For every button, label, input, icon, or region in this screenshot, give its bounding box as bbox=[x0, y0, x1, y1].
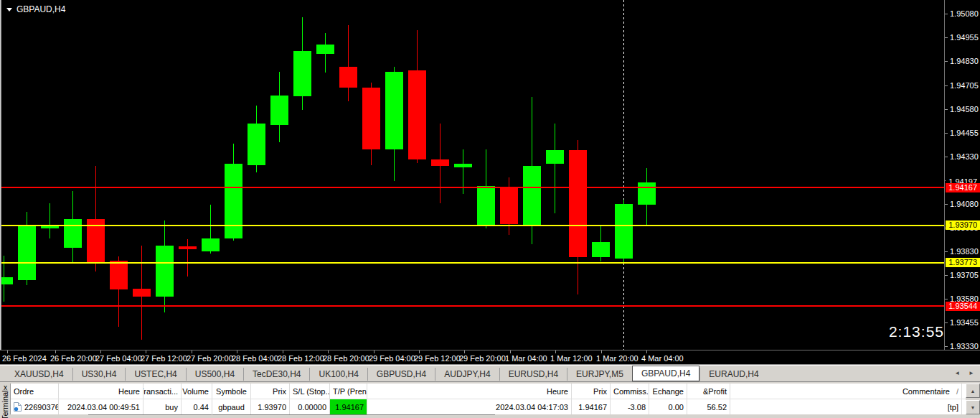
candle-body bbox=[248, 124, 265, 165]
orders-table-header: OrdreHeureTransacti...VolumeSymbolePrixS… bbox=[11, 384, 966, 399]
symbol-timeframe-text: GBPAUD,H4 bbox=[17, 4, 65, 14]
candle-body bbox=[64, 219, 82, 248]
tabs-scroll-right-icon[interactable]: ► bbox=[969, 371, 974, 376]
column-header-volume[interactable]: Volume bbox=[182, 384, 212, 399]
sort-indicator: / bbox=[956, 384, 958, 399]
chart-tab-audjpy-h4[interactable]: AUDJPY,H4 bbox=[435, 368, 499, 381]
chart-tab-ustec-h4[interactable]: USTEC,H4 bbox=[125, 368, 185, 381]
chart-tab-xauusd-h4[interactable]: XAUUSD,H4 bbox=[6, 368, 72, 381]
column-header-tp[interactable]: T/P (Pren... bbox=[330, 384, 367, 399]
chart-tab-euraud-h4[interactable]: EURAUD,H4 bbox=[699, 368, 767, 381]
price-tick bbox=[945, 133, 948, 134]
price-tick-label: 1.94830 bbox=[950, 57, 979, 66]
time-tick-label: 27 Feb 12:00 bbox=[141, 354, 187, 363]
chart-tab-uk100-h4[interactable]: UK100,H4 bbox=[309, 368, 367, 381]
price-tick-label: 1.93455 bbox=[950, 318, 979, 328]
order-profit: 56.52 bbox=[707, 400, 727, 414]
chart-tab-eurusd-h4[interactable]: EURUSD,H4 bbox=[499, 368, 567, 381]
candle-body bbox=[477, 186, 495, 226]
candle-body bbox=[454, 164, 472, 167]
candle-body bbox=[110, 261, 128, 289]
mt4-window: GBPAUD,H4 2:13:55 1.950801.949551.948301… bbox=[0, 0, 980, 418]
price-tick-label: 1.93705 bbox=[950, 271, 979, 280]
order-tp: 1.94167 bbox=[335, 400, 364, 414]
column-header-comment[interactable]: Commentaire/ bbox=[730, 384, 962, 399]
time-tick-label: 26 Feb 20:00 bbox=[50, 354, 97, 363]
column-header-ticket[interactable]: Ordre bbox=[11, 384, 59, 399]
chart-symbol-label: GBPAUD,H4 bbox=[6, 4, 65, 14]
chart-tab-gbpusd-h4[interactable]: GBPUSD,H4 bbox=[367, 368, 435, 381]
order-doc-icon bbox=[14, 402, 22, 412]
chart-tab-tecde30-h4[interactable]: TecDE30,H4 bbox=[243, 368, 309, 381]
terminal-scrollbar: ▲ ▼ bbox=[966, 384, 980, 414]
price-tick-label: 1.95080 bbox=[950, 9, 979, 19]
time-tick-label: 28 Feb 12:00 bbox=[278, 354, 324, 363]
price-tick bbox=[945, 299, 948, 299]
candle-body bbox=[546, 150, 564, 164]
order-cell-close_price: 1.94167 bbox=[572, 399, 611, 414]
time-tick-label: 29 Feb 04:00 bbox=[369, 354, 415, 363]
column-header-close_price[interactable]: Prix bbox=[572, 384, 611, 399]
chart-tab-us30-h4[interactable]: US30,H4 bbox=[72, 368, 126, 381]
order-cell-commission: -3.08 bbox=[611, 399, 649, 414]
order-commission: -3.08 bbox=[628, 400, 646, 414]
column-header-open_price[interactable]: Prix bbox=[251, 384, 290, 399]
candle-body bbox=[523, 166, 541, 225]
time-tick-label: 1 Mar 12:00 bbox=[550, 354, 593, 363]
column-header-swap[interactable]: Echange bbox=[649, 384, 687, 399]
candles-svg[interactable] bbox=[0, 0, 944, 350]
price-tick-label: 1.94580 bbox=[950, 105, 979, 114]
order-close_time: 2024.03.04 04:17:03 bbox=[496, 400, 568, 414]
order-row[interactable]: 2269037602024.03.04 00:49:51buy0.44gbpau… bbox=[11, 399, 966, 415]
column-header-open_time[interactable]: Heure bbox=[59, 384, 143, 399]
column-header-symbol[interactable]: Symbole bbox=[212, 384, 251, 399]
candle-body bbox=[385, 72, 403, 149]
price-axis[interactable]: 1.950801.949551.948301.947051.945801.944… bbox=[944, 0, 980, 350]
candle-body bbox=[156, 246, 174, 297]
chart-area[interactable]: GBPAUD,H4 2:13:55 1.950801.949551.948301… bbox=[0, 0, 980, 364]
status-cell bbox=[212, 414, 495, 418]
chart-tab-gbpaud-h4[interactable]: GBPAUD,H4 bbox=[632, 366, 699, 381]
time-tick-label: 29 Feb 12:00 bbox=[414, 354, 461, 363]
price-tick-label: 1.94955 bbox=[950, 33, 979, 42]
candle-body bbox=[362, 88, 380, 149]
tabs-scroll-left-icon[interactable]: ◄ bbox=[954, 371, 960, 376]
column-header-sl[interactable]: S/L (Stop... bbox=[290, 384, 330, 399]
price-tick bbox=[945, 61, 948, 62]
window-left-edge bbox=[0, 0, 1, 363]
order-open_time: 2024.03.04 00:49:51 bbox=[67, 400, 140, 414]
scroll-down-button[interactable]: ▼ bbox=[966, 400, 980, 414]
order-close_price: 1.94167 bbox=[578, 400, 607, 414]
order-swap: 0.00 bbox=[669, 400, 684, 414]
time-tick bbox=[283, 350, 283, 353]
price-tick-label: 1.93830 bbox=[950, 247, 979, 256]
scroll-up-button[interactable]: ▲ bbox=[966, 384, 980, 398]
candle-body bbox=[569, 150, 587, 257]
column-header-close_time[interactable]: Heure bbox=[367, 384, 572, 399]
order-sl: 0.00000 bbox=[298, 400, 326, 414]
price-tick bbox=[945, 37, 948, 38]
time-axis[interactable]: 26 Feb 202426 Feb 20:0027 Feb 04:0027 Fe… bbox=[0, 350, 980, 365]
column-header-type[interactable]: Transacti... bbox=[143, 384, 182, 399]
order-cell-type: buy bbox=[143, 399, 182, 414]
chart-tab-us500-h4[interactable]: US500,H4 bbox=[186, 368, 243, 381]
candle-body bbox=[615, 204, 633, 259]
price-tick bbox=[945, 275, 948, 276]
candle-body bbox=[431, 159, 449, 166]
time-tick-label: 29 Feb 20:00 bbox=[459, 354, 506, 363]
chart-tab-eurjpy-m5[interactable]: EURJPY,M5 bbox=[567, 368, 632, 381]
chart-tabbar: XAUUSD,H4US30,H4USTEC,H4US500,H4TecDE30,… bbox=[0, 364, 980, 382]
time-tick bbox=[192, 350, 192, 353]
order-cell-comment: [tp] bbox=[730, 399, 962, 414]
candle-body bbox=[225, 164, 242, 238]
price-tick-label: 1.94080 bbox=[950, 200, 979, 209]
time-tick bbox=[419, 350, 420, 353]
candle-body bbox=[339, 67, 357, 88]
order-cell-swap: 0.00 bbox=[649, 399, 687, 414]
time-tick-label: 1 Mar 04:00 bbox=[505, 354, 547, 363]
candle-body bbox=[133, 289, 151, 297]
candle-body bbox=[18, 226, 36, 280]
column-header-profit[interactable]: &Profit bbox=[687, 384, 730, 399]
order-comment: [tp] bbox=[948, 400, 958, 414]
column-header-commission[interactable]: Commiss... bbox=[611, 384, 649, 399]
